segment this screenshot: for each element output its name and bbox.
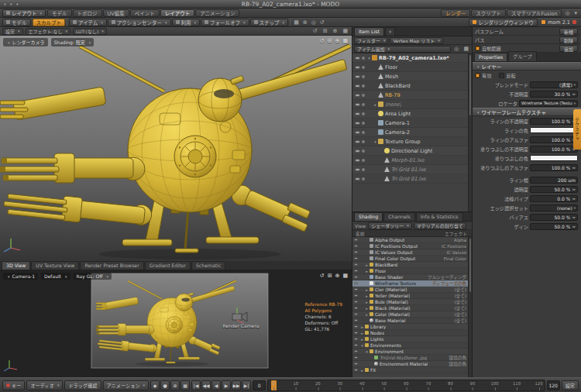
tab-1[interactable]: グループ [508, 51, 536, 61]
item-row[interactable]: Tri Grid 01.lxe [352, 165, 472, 174]
item-row[interactable]: ▸(none) [352, 100, 472, 109]
item-row[interactable]: RB-79 [352, 91, 472, 100]
auto-range-checkbox[interactable] [475, 46, 480, 51]
zoom-icon[interactable]: ⊕ [335, 273, 340, 279]
play-button[interactable]: ▶ [222, 380, 231, 390]
item-row[interactable]: Camera-1 [352, 119, 472, 128]
item-list-scrollbar[interactable] [468, 53, 472, 211]
shader-row[interactable]: Environment Material環境の色 [352, 361, 472, 367]
shader-row[interactable]: IC Values OutputIC Values [352, 249, 472, 256]
visibility-eye-icon[interactable] [355, 66, 360, 69]
disclosure-icon[interactable]: ▸ [364, 263, 370, 267]
render-toggle-icon[interactable] [362, 103, 365, 106]
shader-row[interactable]: ▸FX [352, 367, 472, 373]
tool-dropdown-3[interactable]: フォールオフ▾ [201, 19, 249, 26]
assign-material-button[interactable]: マテリアルの割り当て [414, 222, 466, 229]
axis-icon[interactable]: ⊕ [301, 19, 309, 26]
invert-checkbox[interactable] [499, 73, 504, 78]
disclosure-icon[interactable]: ▸ [364, 306, 370, 311]
visibility-eye-icon[interactable] [354, 270, 358, 272]
camera-select-dropdown[interactable]: ▾ Camera-1 [3, 273, 38, 280]
visibility-eye-icon[interactable] [355, 140, 360, 143]
disclosure-icon[interactable]: ▸ [364, 300, 370, 304]
item-row[interactable]: Camera-2 [352, 128, 472, 137]
zoom-window-icon[interactable] [15, 2, 19, 6]
shading-mode-dropdown[interactable]: Shading: 既定 ▾ [51, 38, 95, 46]
render-toggle-icon[interactable] [362, 131, 365, 134]
tab-item-list[interactable]: Item List [354, 27, 384, 36]
list-options-icon[interactable]: ▦ [462, 45, 470, 53]
visibility-eye-icon[interactable] [354, 325, 358, 328]
item-row[interactable]: Tri Grid 01.lxe [352, 174, 472, 184]
item-row[interactable]: Directional Light [352, 146, 472, 156]
tool-dropdown-0[interactable]: アイテム▾ [69, 19, 107, 26]
visibility-eye-icon[interactable] [354, 319, 358, 322]
property-field[interactable]: 50.0 %◂▸ [530, 223, 578, 230]
item-row[interactable]: Morph-01.lxe [352, 156, 472, 165]
shader-view-dropdown[interactable]: シェーダツリー▾ [368, 222, 412, 229]
visibility-eye-icon[interactable] [354, 257, 358, 260]
current-frame-field[interactable]: 0 [253, 380, 266, 390]
property-field[interactable]: 50.0 %◂▸ [530, 214, 578, 221]
visibility-eye-icon[interactable] [355, 177, 360, 181]
orbit-icon[interactable]: ↺ [320, 38, 325, 44]
visibility-eye-icon[interactable] [354, 363, 358, 365]
enabled-checkbox[interactable] [475, 73, 480, 78]
shader-row[interactable]: ▸BlackBard [352, 262, 472, 268]
tab-3[interactable]: Gradient Editor [145, 261, 191, 270]
visibility-eye-icon[interactable] [354, 301, 358, 303]
orbit-icon[interactable]: ↺ [320, 273, 325, 279]
viewport-camera-view[interactable]: ▾ Camera-1 Default ▾ Ray GL: Off ▾ ↺⊞⊕▦ … [0, 270, 352, 377]
options-icon[interactable]: ▦ [342, 273, 348, 279]
visibility-eye-icon[interactable] [354, 263, 358, 266]
render-toggle-icon[interactable] [362, 159, 365, 162]
layout-switcher[interactable]: レイアウト ▾ [2, 9, 46, 17]
texture-section-header[interactable]: ▾ ワイヤーフレームテクスチャ [473, 108, 581, 116]
visibility-eye-icon[interactable] [355, 112, 360, 115]
tab-1[interactable]: スクリプト [471, 9, 506, 17]
pan-icon[interactable]: ⊞ [328, 273, 332, 279]
disclosure-icon[interactable]: ▸ [364, 312, 370, 317]
close-window-icon[interactable] [3, 2, 7, 6]
orbit-icon[interactable]: ↺ [311, 27, 319, 35]
shader-row[interactable]: IC Positions OutputIC Positions [352, 243, 472, 249]
step-back-button[interactable]: ◀ [211, 380, 221, 390]
visibility-eye-icon[interactable] [354, 338, 358, 340]
visibility-eye-icon[interactable] [354, 276, 358, 278]
visibility-eye-icon[interactable] [355, 94, 360, 97]
viewport-header-item-2[interactable]: LUT:(なし)▾ [73, 28, 107, 35]
tab-0[interactable]: Shading [354, 212, 383, 221]
window-controls[interactable] [3, 2, 19, 6]
visibility-eye-icon[interactable] [355, 57, 360, 60]
visibility-eye-icon[interactable] [355, 150, 360, 153]
animation-dropdown[interactable]: アニメーション▾ [103, 380, 150, 390]
shader-row[interactable]: ▸Library [352, 324, 472, 330]
pan-icon[interactable]: ⊞ [321, 27, 329, 35]
locator-dropdown[interactable]: Wireframe Texture (Texture) ▾ [519, 100, 578, 107]
tab-2[interactable]: スマテリアルFusion [507, 9, 562, 17]
options-icon[interactable]: ▦ [341, 27, 349, 35]
preset-dropdown[interactable]: Default ▾ [41, 273, 70, 280]
menu-chevron-icon[interactable]: ▾ [572, 9, 579, 17]
disclosure-icon[interactable]: ▾ [359, 343, 365, 348]
tab-0[interactable]: モデル [47, 9, 72, 17]
tool-dropdown-4[interactable]: スナップ▾ [250, 19, 289, 26]
auto-key-icon[interactable]: ● [160, 380, 170, 390]
item-row[interactable]: Area Light [352, 109, 472, 119]
filter-dropdown[interactable]: フィルター▾ [354, 37, 388, 44]
tab-4[interactable]: レイアウト [160, 9, 195, 17]
visibility-eye-icon[interactable] [354, 332, 358, 334]
tab-1[interactable]: トポロジ [73, 9, 102, 17]
disclosure-icon[interactable]: ▸ [359, 325, 365, 329]
drag-confirm-button[interactable]: ドラッグ確認 [64, 380, 101, 390]
zoom-icon[interactable]: ⊕ [332, 27, 339, 35]
visibility-eye-icon[interactable] [354, 307, 358, 309]
tab-2[interactable]: Render Preset Browser [80, 261, 143, 270]
tool-dropdown-2[interactable]: 利用▾ [172, 19, 201, 26]
magnet-icon[interactable]: ⊕ [170, 380, 180, 390]
tab-1[interactable]: UV Texture View [31, 261, 79, 270]
color-swatch[interactable] [530, 155, 578, 161]
reset-icon[interactable]: ↺ [318, 19, 326, 26]
step-forward-button[interactable]: ▶▶ [232, 380, 241, 390]
visibility-eye-icon[interactable] [355, 168, 360, 171]
